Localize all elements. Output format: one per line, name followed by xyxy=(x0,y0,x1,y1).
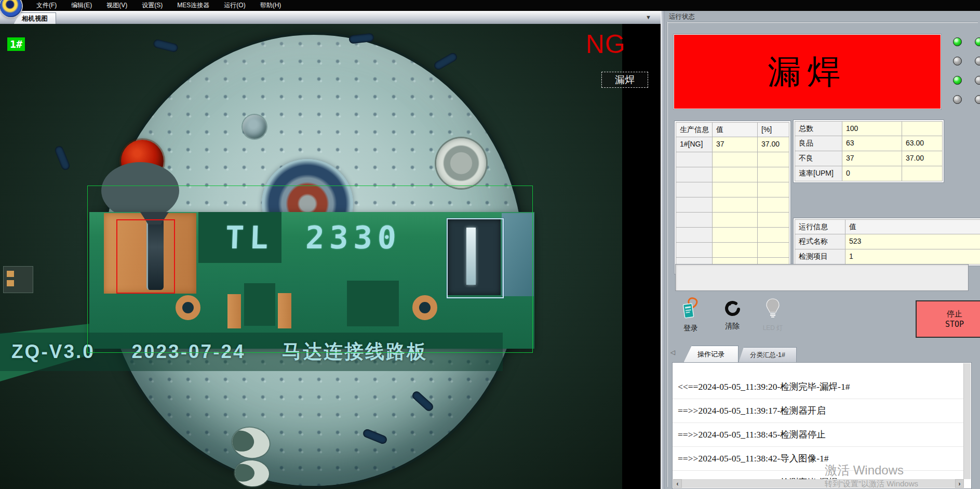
prod-cell[interactable] xyxy=(758,182,789,197)
stats-cell[interactable]: 速率[UPM] xyxy=(795,166,842,181)
clear-button[interactable]: 清除 xyxy=(717,300,748,331)
stats-cell[interactable]: 100 xyxy=(842,121,902,136)
prod-cell[interactable] xyxy=(713,228,758,243)
prod-cell[interactable]: 37.00 xyxy=(758,137,789,152)
tab-operation-log[interactable]: 操作记录 xyxy=(683,346,739,363)
stats-cell[interactable]: 0 xyxy=(842,166,902,181)
prod-cell[interactable] xyxy=(758,152,789,167)
log-entry[interactable]: ==>>2024-05-05_11:39:17-检测器开启 xyxy=(673,399,964,423)
prod-cell[interactable] xyxy=(713,152,758,167)
log-vertical-scrollbar[interactable] xyxy=(963,363,971,479)
camera-viewport: TL 2330 ZQ-V3.0 2023-07-24 马达连接线路板 1# NG… xyxy=(0,24,661,489)
prod-cell[interactable]: 37 xyxy=(713,137,758,152)
log-horizontal-scrollbar[interactable]: ‹ › xyxy=(673,479,964,488)
washer-circle xyxy=(436,138,486,188)
stats-cell[interactable]: 37.00 xyxy=(902,151,943,166)
stats-row[interactable]: 总数100 xyxy=(795,121,943,136)
menu-item[interactable]: 编辑(E) xyxy=(64,0,99,11)
stop-button[interactable]: 停止 STOP xyxy=(916,300,980,338)
scroll-right-icon[interactable]: › xyxy=(955,479,964,488)
run-cell[interactable]: 程式名称 xyxy=(795,234,845,249)
tab-category-summary[interactable]: 分类汇总-1# xyxy=(739,347,797,363)
prod-cell[interactable] xyxy=(676,182,713,197)
prod-cell[interactable] xyxy=(676,228,713,243)
prod-cell[interactable] xyxy=(758,228,789,243)
tab-scroll-left-icon[interactable]: ◁ xyxy=(670,349,675,356)
run-cell[interactable]: 523 xyxy=(845,234,980,249)
stats-row[interactable]: 不良3737.00 xyxy=(795,151,943,166)
prod-cell[interactable] xyxy=(758,197,789,213)
stats-cell[interactable]: 总数 xyxy=(795,121,842,136)
view-tab-bar: 相机视图 ▼ xyxy=(0,11,661,24)
log-entry[interactable]: ==>>2024-05-05_11:38:42-导入图像-1# xyxy=(673,447,964,471)
prod-row[interactable] xyxy=(676,152,789,167)
prod-cell[interactable]: 1#[NG] xyxy=(676,137,713,152)
run-row[interactable]: 程式名称523 xyxy=(795,234,980,249)
prod-cell[interactable] xyxy=(676,213,713,228)
prod-cell[interactable] xyxy=(758,243,789,258)
login-button[interactable]: 登录 xyxy=(675,297,706,333)
prod-cell[interactable] xyxy=(676,167,713,182)
prod-cell[interactable] xyxy=(713,197,758,213)
menu-items: 文件(F)编辑(E)视图(V)设置(S)MES连接器运行(O)帮助(H) xyxy=(29,0,288,11)
prod-cell[interactable] xyxy=(758,213,789,228)
prod-row[interactable]: 1#[NG]3737.00 xyxy=(676,137,789,152)
roi-defect-rect[interactable] xyxy=(116,219,175,294)
prod-cell[interactable] xyxy=(676,152,713,167)
prod-cell[interactable] xyxy=(676,197,713,213)
run-cell[interactable]: 检测项目 xyxy=(795,249,845,265)
log-entry[interactable]: ==>>2024-05-05_11:38:45-检测器停止 xyxy=(673,423,964,447)
stats-cell[interactable] xyxy=(902,166,943,181)
camera-image[interactable]: TL 2330 ZQ-V3.0 2023-07-24 马达连接线路板 1# xyxy=(0,24,622,489)
stats-cell[interactable]: 63.00 xyxy=(902,136,943,151)
defect-banner-text: 漏焊 xyxy=(768,49,847,95)
prod-header: 生产信息 xyxy=(676,122,713,137)
groupbox-line xyxy=(667,22,978,23)
led-indicator xyxy=(975,76,980,85)
prod-row[interactable] xyxy=(676,213,789,228)
rim-tab xyxy=(153,38,179,52)
menu-item[interactable]: 帮助(H) xyxy=(253,0,289,11)
stats-cell[interactable]: 良品 xyxy=(795,136,842,151)
menu-bar: 文件(F)编辑(E)视图(V)设置(S)MES连接器运行(O)帮助(H) xyxy=(0,0,980,11)
menu-item[interactable]: 视图(V) xyxy=(99,0,135,11)
menu-item[interactable]: 设置(S) xyxy=(135,0,170,11)
stats-row[interactable]: 速率[UPM]0 xyxy=(795,166,943,181)
defect-name-badge: 漏焊 xyxy=(601,72,648,88)
stats-cell[interactable]: 63 xyxy=(842,136,902,151)
rim-tab xyxy=(54,145,71,171)
run-info-table: 运行信息值程式名称523检测项目1 xyxy=(793,218,980,266)
prod-row[interactable] xyxy=(676,243,789,258)
prod-cell[interactable] xyxy=(676,243,713,258)
prod-row[interactable] xyxy=(676,197,789,213)
chevron-down-icon[interactable]: ▼ xyxy=(646,14,651,20)
prod-row[interactable] xyxy=(676,182,789,197)
log-entry[interactable]: <<==2024-05-05_11:39:20-检测完毕-漏焊-1# xyxy=(673,375,964,399)
menu-item[interactable]: 文件(F) xyxy=(29,0,64,11)
stats-cell[interactable] xyxy=(902,121,943,136)
menu-item[interactable]: MES连接器 xyxy=(170,0,217,11)
run-row[interactable]: 检测项目1 xyxy=(795,249,980,265)
prod-cell[interactable] xyxy=(713,243,758,258)
prod-row[interactable] xyxy=(676,228,789,243)
led-indicator xyxy=(953,57,962,65)
stats-cell[interactable]: 37 xyxy=(842,151,902,166)
stop-label-en: STOP xyxy=(945,319,964,329)
stats-row[interactable]: 良品6363.00 xyxy=(795,136,943,151)
prod-cell[interactable] xyxy=(713,167,758,182)
prod-cell[interactable] xyxy=(713,213,758,228)
led-light-button[interactable]: LED 灯 xyxy=(757,298,788,333)
tab-camera-view[interactable]: 相机视图 xyxy=(14,12,56,24)
run-cell[interactable]: 1 xyxy=(845,249,980,265)
message-box[interactable] xyxy=(675,264,969,291)
stop-label-cn: 停止 xyxy=(947,309,962,319)
prod-cell[interactable] xyxy=(713,182,758,197)
panel-splitter[interactable] xyxy=(661,11,665,489)
scroll-left-icon[interactable]: ‹ xyxy=(673,479,682,488)
menu-item[interactable]: 运行(O) xyxy=(217,0,252,11)
prod-cell[interactable] xyxy=(758,167,789,182)
login-label: 登录 xyxy=(683,324,698,333)
roi-pass-rect[interactable] xyxy=(447,218,504,298)
prod-row[interactable] xyxy=(676,167,789,182)
stats-cell[interactable]: 不良 xyxy=(795,151,842,166)
